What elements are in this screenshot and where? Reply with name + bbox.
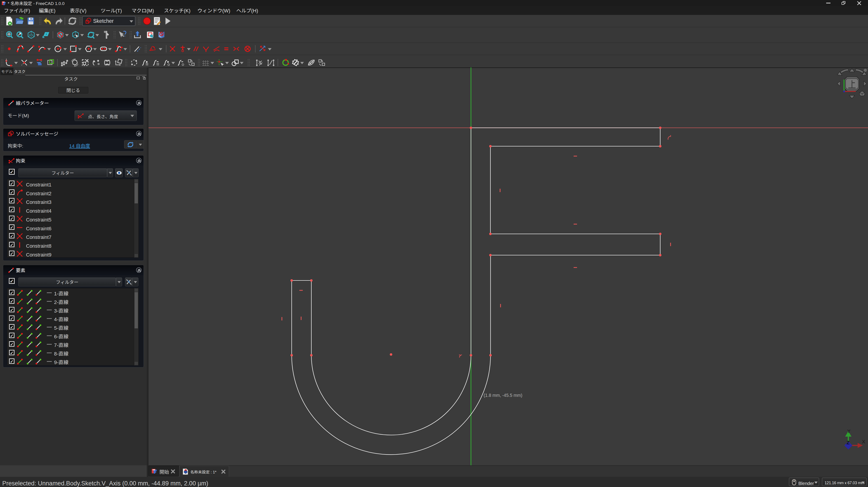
- svg-text:(1.8 mm, -45.5 mm): (1.8 mm, -45.5 mm): [484, 393, 522, 398]
- svg-text:Sketcher: Sketcher: [93, 18, 114, 24]
- svg-text:Z: Z: [846, 440, 849, 446]
- svg-text:X: X: [862, 439, 865, 445]
- svg-text:Y: Y: [847, 428, 850, 434]
